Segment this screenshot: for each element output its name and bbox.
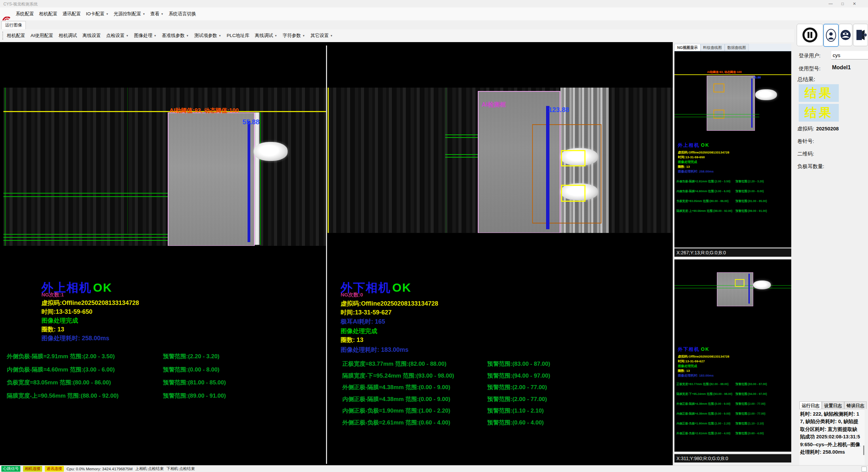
tab-detect-box — [561, 185, 585, 202]
log-tab[interactable]: 运行日志 — [799, 401, 822, 409]
measurement-row: 外侧负极-隔膜=2.91mm 范围:(2.00 - 3.50) 预警范围:(2.… — [3, 352, 326, 366]
chevron-down-icon: ▼ — [330, 34, 333, 37]
menu-item-label: IO卡配置 — [86, 11, 105, 17]
virtual-code: 虚拟码:Offline20250208133134728 — [341, 299, 438, 308]
log-scrollbar[interactable] — [863, 446, 864, 455]
measurement-row: 正极宽度=83.77mm 范围:(82.00 - 88.00) 预警范围:(83… — [327, 360, 673, 372]
toolbar-button[interactable]: 测试项参数 ▼ — [194, 33, 221, 39]
menu-item[interactable]: 通讯配置 ▼ — [62, 11, 81, 17]
info-field-label: 卷针号: — [797, 138, 814, 144]
chevron-down-icon: ▼ — [161, 13, 164, 16]
camera-result: OK — [392, 281, 412, 294]
warning-range: 预警范围:(81.00 - 85.00) — [163, 379, 226, 386]
ng-view-tab[interactable]: NG视图显示 — [674, 44, 701, 51]
toolbar-button-label: 相机配置 — [7, 33, 25, 39]
toolbar-button[interactable]: 离线设置 ▼ — [83, 33, 101, 39]
upper-camera-image[interactable]: AI助阈值:93, 动态阈值:100 55.88 — [3, 88, 326, 246]
result-badge-2: 结果 — [799, 104, 839, 122]
measurement-row: 内侧正极-负极=1.90mm 范围:(1.00 - 2.20) 预警范围:(1.… — [327, 407, 673, 419]
warning-range: 预警范围:(2.00 - 77.00) — [487, 383, 547, 391]
lower-camera-check-status: 下相机:点检结束 — [166, 466, 195, 471]
tab-run-image[interactable]: 运行图像 — [1, 21, 26, 30]
maximize-button[interactable]: □ — [837, 0, 848, 7]
menu-item[interactable]: 系统配置 ▼ — [16, 11, 34, 17]
camera-link-badge: 相机连接 — [23, 466, 42, 472]
chevron-down-icon: ▼ — [302, 34, 305, 37]
warning-range: 预警范围:(0.00 - 8.00) — [163, 366, 219, 374]
ai-detect-box-label: AI检测框 — [482, 101, 506, 109]
chevron-down-icon: ▼ — [154, 34, 157, 37]
log-tabs: 运行日志设置日志错误日志 — [799, 401, 865, 409]
heartbeat-badge: 心跳信号 — [1, 466, 20, 472]
menu-item-label: 光源控制配置 — [114, 11, 141, 17]
ng-count: NG次数:1 — [41, 292, 64, 298]
log-panel: 运行日志设置日志错误日志 耗时: 222, 缺陷检测耗时: 17, 缺陷分类耗时… — [799, 401, 865, 465]
close-button[interactable]: ✕ — [849, 0, 860, 7]
warning-range: 预警范围:(89.00 - 91.00) — [163, 392, 226, 400]
window-title: CYS-视觉检测系统 — [3, 1, 38, 7]
roi-orange-box — [532, 124, 601, 223]
login-user-label: 登录用户: — [799, 53, 820, 59]
toolbar-button[interactable]: 离线调试 ▼ — [255, 33, 277, 39]
ng-thumbnail-upper[interactable]: AI助阈值:93, 动态阈值:100 55.88 外上相机OK 虚拟码:Offl… — [674, 51, 791, 248]
total-result-label: 总结果: — [797, 76, 815, 83]
menu-item[interactable]: IO卡配置 ▼ — [86, 11, 109, 17]
toolbar-button[interactable]: PLC地址库 ▼ — [227, 33, 249, 39]
toolbar-button[interactable]: 点检设置 ▼ — [106, 33, 129, 39]
measurement-value: 外侧正极-隔膜=4.38mm 范围:(0.00 - 9.00) — [342, 383, 450, 391]
ng-view-tab[interactable]: 料纹曲线图 — [701, 44, 725, 51]
measurement-row: 内侧负极-隔膜=4.60mm 范围:(3.00 - 6.00) 预警范围:(0.… — [3, 366, 326, 379]
electrode-tab-blob — [254, 142, 288, 161]
chevron-down-icon: ▼ — [274, 34, 277, 37]
menu-item-label: 系统配置 — [16, 11, 34, 17]
ng-thumbnail-lower[interactable]: 外下相机OK 虚拟码:Offline20250208133134728 时间:1… — [674, 259, 791, 452]
log-text[interactable]: 耗时: 222, 缺陷检测耗时: 17, 缺陷分类耗时: 0, 缺陷提取分区耗时… — [799, 409, 865, 465]
blue-measure-value-mini: 55.88 — [753, 76, 761, 79]
ng-count: NG次数:0 — [341, 292, 363, 298]
toolbar-button-label: PLC地址库 — [227, 33, 249, 39]
main-menu: 系统配置 ▼ 相机配置 ▼ 通讯配置 ▼ IO卡配置 ▼ 光源控制配置 ▼ 查看… — [16, 7, 196, 20]
logout-door-icon — [854, 29, 867, 41]
baseline-yellow-line — [3, 111, 326, 112]
toolbar-grip[interactable] — [2, 32, 3, 40]
menu-item[interactable]: 光源控制配置 ▼ — [114, 11, 145, 17]
minimize-button[interactable]: — — [825, 0, 836, 7]
measurement-value: 外侧正极-负极=2.61mm 范围:(0.60 - 4.00) — [342, 419, 450, 426]
toolbar-button[interactable]: 字符参数 ▼ — [283, 33, 305, 39]
toolbar-button[interactable]: 其它设置 ▼ — [310, 33, 333, 39]
log-tab[interactable]: 设置日志 — [822, 401, 844, 409]
toolbar-button[interactable]: 相机调试 ▼ — [59, 33, 77, 39]
lower-camera-image[interactable]: AI检测框 123.88 — [327, 88, 673, 233]
info-field-row: 虚拟码:20250208 — [797, 126, 865, 138]
info-field-row: 卷针号: — [797, 138, 865, 151]
menu-item-label: 查看 — [150, 11, 160, 17]
tab-detect-box — [561, 150, 585, 166]
info-field-label: 负极耳数量: — [797, 163, 824, 169]
toolbar-button[interactable]: AI使用配置 ▼ — [31, 33, 53, 39]
sidebar: NG视图显示料纹曲线图数据曲线图 AI助阈值:93, 动态阈值:100 55.8… — [674, 42, 868, 466]
pause-button[interactable] — [797, 24, 823, 46]
measurement-value: 负极宽度=83.05mm 范围:(80.00 - 86.00) — [7, 379, 111, 386]
toolbar-button[interactable]: 图像处理 ▼ — [134, 33, 157, 39]
menu-item[interactable]: 查看 ▼ — [150, 11, 164, 17]
toolbar-button-label: 测试项参数 — [194, 33, 217, 39]
title-bar: CYS-视觉检测系统 — □ ✕ — [0, 0, 868, 7]
camera-result: OK — [93, 281, 112, 294]
menu-item[interactable]: 系统语言切换 ▼ — [169, 11, 196, 17]
toolbar: 相机配置 ▼ AI使用配置 ▼ 相机调试 ▼ 离线设置 ▼ 点检设置 ▼ 图像处… — [0, 29, 868, 42]
toolbar-button-label: AI使用配置 — [31, 33, 53, 39]
ng-view-tab[interactable]: 数据曲线图 — [725, 44, 749, 51]
log-tab[interactable]: 错误日志 — [844, 401, 867, 409]
user-button[interactable] — [823, 24, 839, 47]
user-group-button[interactable] — [839, 24, 852, 46]
logout-button[interactable] — [853, 24, 868, 46]
login-user-input[interactable] — [831, 51, 868, 59]
toolbar-button[interactable]: 基准线参数 ▼ — [162, 33, 189, 39]
chevron-down-icon: ▼ — [186, 34, 189, 37]
result-badge-1: 结果 — [799, 84, 839, 102]
measurement-row: 隔膜宽度-上=90.56mm 范围:(88.00 - 92.00) 预警范围:(… — [3, 392, 326, 405]
menu-item[interactable]: 相机配置 ▼ — [39, 11, 57, 17]
pause-icon — [802, 27, 818, 43]
toolbar-button[interactable]: 相机配置 ▼ — [7, 33, 25, 39]
baseline-yellow-line — [328, 88, 329, 233]
